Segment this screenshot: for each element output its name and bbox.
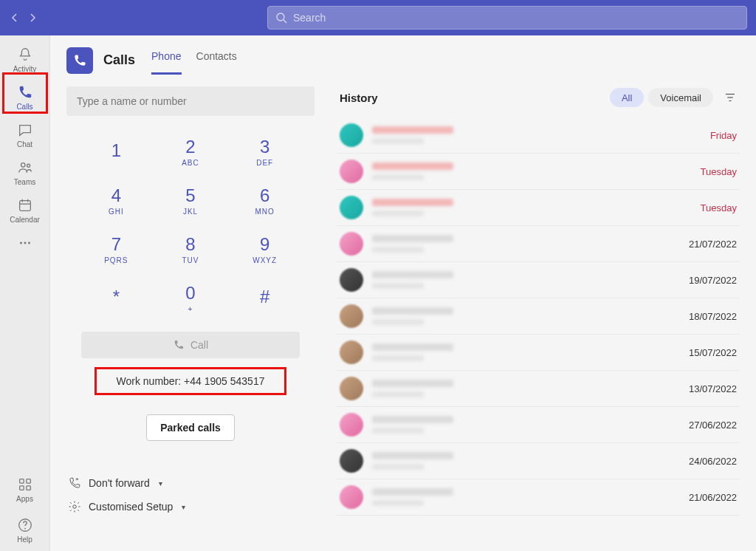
chevron-down-icon: ▾ xyxy=(182,503,185,511)
phone-icon xyxy=(16,83,34,101)
svg-rect-13 xyxy=(19,486,24,490)
parked-calls-button[interactable]: Parked calls xyxy=(146,414,235,441)
dialkey-0[interactable]: 0+ xyxy=(156,276,226,320)
chat-icon xyxy=(16,121,34,139)
search-input[interactable] xyxy=(293,12,739,24)
history-caller xyxy=(372,199,670,216)
svg-point-0 xyxy=(277,13,284,21)
rail-item-calendar[interactable]: Calendar xyxy=(4,191,46,228)
rail-item-more[interactable] xyxy=(4,228,46,258)
more-icon xyxy=(16,234,34,252)
svg-point-16 xyxy=(24,528,26,530)
rail-label: Calls xyxy=(16,103,32,111)
rail-label: Apps xyxy=(16,495,33,503)
nav-back-button[interactable] xyxy=(10,10,19,25)
content-area: Calls Phone Contacts 1 2ABC 3DEF 4GHI 5J… xyxy=(50,35,756,551)
svg-rect-12 xyxy=(26,479,30,484)
svg-rect-11 xyxy=(19,479,24,484)
history-caller xyxy=(372,307,670,325)
tab-contacts[interactable]: Contacts xyxy=(196,46,237,75)
avatar xyxy=(340,449,363,473)
history-row[interactable]: Friday xyxy=(337,117,740,154)
call-button-label: Call xyxy=(190,339,208,351)
history-caller xyxy=(372,343,670,361)
tab-phone[interactable]: Phone xyxy=(151,46,181,75)
history-row[interactable]: 13/07/2022 xyxy=(337,371,740,407)
phone-icon xyxy=(72,53,87,68)
history-row[interactable]: Tuesday xyxy=(337,190,740,226)
history-row[interactable]: 15/07/2022 xyxy=(337,335,740,371)
dialkey-3[interactable]: 3DEF xyxy=(230,129,300,174)
avatar xyxy=(340,304,363,328)
history-date: 18/07/2022 xyxy=(670,311,737,322)
rail-item-teams[interactable]: Teams xyxy=(4,153,46,191)
dialkey-6[interactable]: 6MNO xyxy=(230,178,300,222)
gear-icon xyxy=(68,500,81,513)
forwarding-label: Don't forward xyxy=(89,477,150,489)
history-row[interactable]: 24/06/2022 xyxy=(337,443,740,479)
dialkey-4[interactable]: 4GHI xyxy=(81,178,151,222)
rail-item-chat[interactable]: Chat xyxy=(4,115,46,153)
call-button[interactable]: Call xyxy=(81,332,300,358)
rail-item-activity[interactable]: Activity xyxy=(4,40,46,78)
history-row[interactable]: Tuesday xyxy=(337,154,740,190)
forward-icon xyxy=(68,476,81,490)
people-icon xyxy=(16,159,34,177)
history-caller xyxy=(372,235,670,253)
history-row[interactable]: 27/06/2022 xyxy=(337,407,740,443)
history-date: Friday xyxy=(670,130,737,141)
history-date: 27/06/2022 xyxy=(670,420,737,431)
dialkey-9[interactable]: 9WXYZ xyxy=(230,227,300,271)
dialkey-8[interactable]: 8TUV xyxy=(156,227,226,271)
dialkey-2[interactable]: 2ABC xyxy=(156,129,226,174)
phone-icon xyxy=(173,339,185,351)
rail-item-apps[interactable]: Apps xyxy=(4,470,46,507)
history-row[interactable]: 21/06/2022 xyxy=(337,479,740,516)
apps-icon xyxy=(16,476,34,493)
filter-button[interactable] xyxy=(724,91,737,104)
work-number-display: Work number: +44 1905 543517 xyxy=(94,367,286,395)
history-date: 21/07/2022 xyxy=(670,239,737,250)
filter-all[interactable]: All xyxy=(610,88,644,107)
history-date: 21/06/2022 xyxy=(670,492,737,503)
dialkey-1[interactable]: 1 xyxy=(81,129,151,174)
filter-icon xyxy=(724,91,737,104)
avatar xyxy=(340,123,363,147)
dialkey-5[interactable]: 5JKL xyxy=(156,178,226,222)
avatar xyxy=(340,413,363,437)
rail-item-help[interactable]: Help xyxy=(4,510,46,548)
dialkey-star[interactable]: * xyxy=(81,276,151,320)
customised-setup-menu[interactable]: Customised Setup ▾ xyxy=(68,500,315,513)
svg-rect-4 xyxy=(19,201,30,211)
svg-line-1 xyxy=(284,20,286,23)
rail-label: Activity xyxy=(13,65,37,73)
search-icon xyxy=(275,12,287,24)
rail-item-calls[interactable]: Calls xyxy=(4,78,46,115)
dial-input[interactable] xyxy=(66,86,315,116)
svg-point-8 xyxy=(20,242,22,244)
history-row[interactable]: 18/07/2022 xyxy=(337,298,740,335)
history-date: 24/06/2022 xyxy=(670,456,737,467)
history-date: Tuesday xyxy=(670,202,737,213)
history-row[interactable]: 21/07/2022 xyxy=(337,226,740,262)
svg-point-17 xyxy=(73,505,77,509)
svg-point-9 xyxy=(24,242,26,244)
avatar xyxy=(340,485,363,509)
dialkey-hash[interactable]: # xyxy=(230,276,300,320)
search-box[interactable] xyxy=(267,6,747,30)
rail-label: Teams xyxy=(14,178,35,186)
nav-forward-button[interactable] xyxy=(28,10,37,25)
filter-voicemail[interactable]: Voicemail xyxy=(648,88,713,107)
svg-rect-14 xyxy=(26,486,30,490)
history-row[interactable]: 19/07/2022 xyxy=(337,262,740,298)
dialkey-7[interactable]: 7PQRS xyxy=(81,227,151,271)
history-date: 15/07/2022 xyxy=(670,347,737,358)
setup-label: Customised Setup xyxy=(89,501,173,513)
history-caller xyxy=(372,380,670,397)
avatar xyxy=(340,268,363,292)
history-date: 19/07/2022 xyxy=(670,275,737,286)
avatar xyxy=(340,232,363,256)
forwarding-menu[interactable]: Don't forward ▾ xyxy=(68,476,315,490)
history-caller xyxy=(372,162,670,180)
avatar xyxy=(340,340,363,364)
